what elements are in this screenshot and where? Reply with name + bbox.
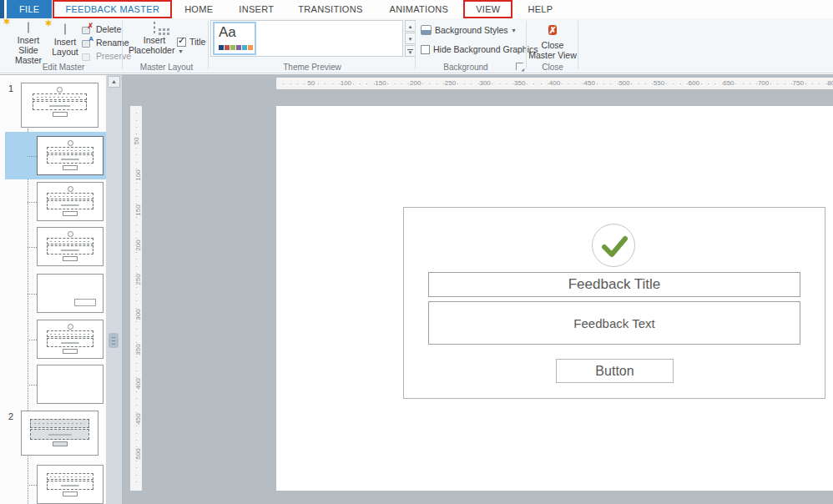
vertical-ruler: 50100150200250300350400450500 xyxy=(130,106,142,491)
feedback-title-placeholder[interactable]: Feedback Title xyxy=(428,272,800,297)
insert-placeholder-label: Insert Placeholder xyxy=(129,35,174,55)
group-separator xyxy=(578,21,578,69)
theme-color-swatch xyxy=(219,45,224,50)
delete-icon: ✗ xyxy=(82,24,93,34)
insert-layout-label: Insert Layout xyxy=(52,37,78,57)
title-checkbox-label: Title xyxy=(189,37,205,47)
insert-slide-master-label: Insert Slide Master xyxy=(15,35,42,65)
hide-background-graphics-row[interactable]: Hide Background Graphics xyxy=(421,44,538,54)
thumbnail-preview xyxy=(38,275,103,312)
background-styles-button[interactable]: Background Styles ▾ xyxy=(421,25,516,35)
thumbnail-preview xyxy=(38,228,103,265)
tab-file[interactable]: FILE xyxy=(7,0,52,18)
hide-background-graphics-label: Hide Background Graphics xyxy=(433,44,538,54)
layout-thumbnail[interactable] xyxy=(37,465,103,504)
tab-transitions[interactable]: TRANSITIONS xyxy=(287,0,373,18)
thumbnail-preview xyxy=(38,365,103,403)
ruler-label: 400 xyxy=(134,379,142,390)
layout-thumbnail[interactable] xyxy=(37,182,103,221)
layout-connector-stub xyxy=(28,294,37,295)
panel-splitter-handle[interactable] xyxy=(109,333,119,348)
layout-connector-stub xyxy=(28,485,37,486)
tab-help[interactable]: HELP xyxy=(517,0,563,18)
thumbnail-preview xyxy=(38,320,103,358)
close-master-view-button[interactable]: ✗ Close Master View xyxy=(528,21,577,60)
ruler-label: 500 xyxy=(134,448,142,459)
slide-master-thumbnail[interactable] xyxy=(21,83,98,128)
check-icon: ✓ xyxy=(178,35,185,46)
preserve-icon xyxy=(82,51,93,61)
delete-button[interactable]: ✗ Delete xyxy=(82,23,131,36)
ruler-label: 200 xyxy=(134,239,142,250)
layout-connector-stub xyxy=(28,202,37,203)
feedback-text-placeholder[interactable]: Feedback Text xyxy=(428,301,800,345)
tab-feedback-master[interactable]: FEEDBACK MASTER xyxy=(54,2,170,17)
tab-animations[interactable]: ANIMATIONS xyxy=(379,0,460,18)
theme-color-palette xyxy=(219,45,253,50)
layout-thumbnail[interactable] xyxy=(37,320,103,359)
background-dialog-launcher-icon[interactable] xyxy=(516,63,523,70)
theme-thumbnail[interactable]: Aa xyxy=(213,22,256,55)
new-star-icon: ✶ xyxy=(44,18,53,28)
feedback-button-placeholder[interactable]: Button xyxy=(556,359,674,383)
group-label-edit-master: Edit Master xyxy=(5,63,122,72)
thumbnail-preview xyxy=(38,466,103,503)
layout-thumbnail[interactable] xyxy=(37,274,103,313)
feedback-frame[interactable]: Feedback Title Feedback Text Button xyxy=(403,207,825,399)
ruler-label: 50 xyxy=(133,137,140,144)
ruler-label: 650 xyxy=(723,79,734,87)
group-separator xyxy=(208,21,209,69)
theme-color-swatch xyxy=(236,45,241,50)
checkmark-circle[interactable] xyxy=(592,224,635,267)
horizontal-ruler: 5010015020025030035040045050055060065070… xyxy=(276,78,833,89)
rename-label: Rename xyxy=(96,38,129,48)
layout-thumbnail[interactable] xyxy=(37,365,103,404)
insert-placeholder-button[interactable]: Insert Placeholder▾ xyxy=(129,21,180,57)
insert-layout-button[interactable]: ✶ Insert Layout xyxy=(48,21,82,57)
ribbon-tab-bar: FILE FEEDBACK MASTER HOME INSERT TRANSIT… xyxy=(0,0,833,18)
layout-connector-stub xyxy=(28,385,37,386)
slide-master-number: 1 xyxy=(8,83,13,93)
delete-label: Delete xyxy=(96,24,121,34)
close-icon: ✗ xyxy=(548,25,556,35)
group-separator xyxy=(122,21,123,69)
slide-master-layout: Feedback Title Feedback Text Button xyxy=(276,106,833,491)
theme-color-swatch xyxy=(230,45,235,50)
workspace: 12 ▲ 50100150200250300350400450500550600… xyxy=(0,74,833,504)
background-styles-icon xyxy=(421,25,432,35)
slide-master-number: 2 xyxy=(8,411,13,421)
scroll-up-button[interactable]: ▲ xyxy=(108,76,120,88)
tab-home[interactable]: HOME xyxy=(174,0,224,18)
group-separator xyxy=(415,21,416,69)
dropdown-arrow-icon: ▾ xyxy=(179,48,182,55)
theme-color-swatch xyxy=(225,45,230,50)
layout-icon xyxy=(64,23,66,35)
tab-view[interactable]: VIEW xyxy=(465,2,511,17)
rename-button[interactable]: A Rename xyxy=(82,36,131,49)
thumbnail-scrollbar[interactable]: ▲ xyxy=(106,75,122,504)
layout-thumbnail[interactable] xyxy=(37,227,103,266)
group-background: Background Styles ▾ Hide Background Grap… xyxy=(417,18,526,73)
ruler-label: 250 xyxy=(445,79,456,87)
hide-background-graphics-checkbox[interactable] xyxy=(421,45,430,54)
group-master-layout: Insert Placeholder▾ ✓ Title Master Layou… xyxy=(125,18,208,73)
placeholder-icon xyxy=(154,22,155,33)
thumbnail-preview xyxy=(38,183,103,220)
preserve-button[interactable]: Preserve xyxy=(82,49,131,63)
ruler-label: 500 xyxy=(618,79,629,87)
title-checkbox[interactable]: ✓ xyxy=(177,38,186,47)
layout-thumbnail[interactable] xyxy=(37,136,103,175)
ruler-label: 150 xyxy=(134,204,142,215)
ribbon: ✶ Insert Slide Master ✶ Insert Layout ✗ … xyxy=(0,18,833,73)
layout-connector-stub xyxy=(28,247,37,248)
ruler-label: 750 xyxy=(793,79,804,87)
layout-connector-stub xyxy=(28,156,37,157)
ruler-label: 800 xyxy=(827,79,833,87)
ruler-label: 250 xyxy=(134,275,142,285)
group-close: ✗ Close Master View Close xyxy=(528,18,578,73)
slide-master-thumbnail[interactable] xyxy=(21,411,98,456)
ruler-label: 550 xyxy=(654,79,664,87)
theme-color-swatch xyxy=(248,45,253,50)
tab-insert[interactable]: INSERT xyxy=(228,0,285,18)
title-checkbox-row[interactable]: ✓ Title xyxy=(177,37,205,47)
